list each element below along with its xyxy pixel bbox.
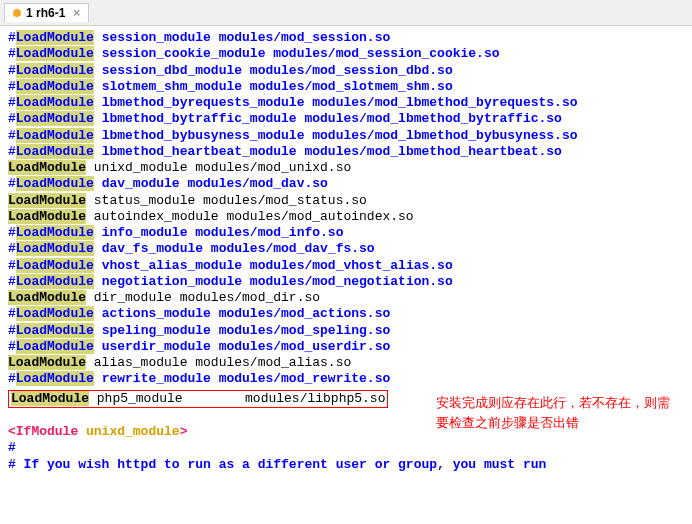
- directive-args: actions_module modules/mod_actions.so: [94, 306, 390, 321]
- directive-args: session_module modules/mod_session.so: [94, 30, 390, 45]
- comment-line: #: [8, 440, 684, 456]
- directive-keyword: LoadModule: [16, 63, 94, 78]
- hash-char: #: [8, 339, 16, 354]
- hash-char: #: [8, 371, 16, 386]
- directive-args: status_module modules/mod_status.so: [86, 193, 367, 208]
- code-line: #LoadModule info_module modules/mod_info…: [8, 225, 684, 241]
- code-line: #LoadModule lbmethod_byrequests_module m…: [8, 95, 684, 111]
- hash-char: #: [8, 111, 16, 126]
- code-line: LoadModule status_module modules/mod_sta…: [8, 193, 684, 209]
- directive-keyword: LoadModule: [8, 355, 86, 370]
- code-line: LoadModule dir_module modules/mod_dir.so: [8, 290, 684, 306]
- code-line: #LoadModule lbmethod_bybusyness_module m…: [8, 128, 684, 144]
- directive-args: lbmethod_bytraffic_module modules/mod_lb…: [94, 111, 562, 126]
- directive-keyword: LoadModule: [16, 79, 94, 94]
- directive-keyword: LoadModule: [16, 323, 94, 338]
- directive-keyword: LoadModule: [16, 46, 94, 61]
- hash-char: #: [8, 95, 16, 110]
- code-line: #LoadModule negotiation_module modules/m…: [8, 274, 684, 290]
- directive-keyword: LoadModule: [16, 95, 94, 110]
- directive-args: alias_module modules/mod_alias.so: [86, 355, 351, 370]
- red-box: LoadModule php5_module modules/libphp5.s…: [8, 390, 388, 408]
- ifmodule-arg: unixd_module: [86, 424, 180, 439]
- hash-char: #: [8, 46, 16, 61]
- directive-keyword: LoadModule: [16, 258, 94, 273]
- directive-args: dav_fs_module modules/mod_dav_fs.so: [94, 241, 375, 256]
- ifmodule-close: >: [180, 424, 188, 439]
- directive-args: unixd_module modules/mod_unixd.so: [86, 160, 351, 175]
- code-line: LoadModule alias_module modules/mod_alia…: [8, 355, 684, 371]
- directive-keyword: LoadModule: [8, 290, 86, 305]
- directive-args: lbmethod_heartbeat_module modules/mod_lb…: [94, 144, 562, 159]
- code-line: #LoadModule rewrite_module modules/mod_r…: [8, 371, 684, 387]
- comment-text: # If you wish httpd to run as a differen…: [8, 457, 546, 472]
- hash-char: #: [8, 258, 16, 273]
- directive-args: info_module modules/mod_info.so: [94, 225, 344, 240]
- hash-char: #: [8, 144, 16, 159]
- directive-args: vhost_alias_module modules/mod_vhost_ali…: [94, 258, 453, 273]
- code-line: #LoadModule vhost_alias_module modules/m…: [8, 258, 684, 274]
- directive-args: lbmethod_bybusyness_module modules/mod_l…: [94, 128, 578, 143]
- directive-args: negotiation_module modules/mod_negotiati…: [94, 274, 453, 289]
- tab-label: 1 rh6-1: [26, 6, 65, 20]
- code-line: #LoadModule slotmem_shm_module modules/m…: [8, 79, 684, 95]
- directive-args: php5_module modules/libphp5.so: [89, 391, 385, 406]
- hash-char: #: [8, 323, 16, 338]
- directive-args: speling_module modules/mod_speling.so: [94, 323, 390, 338]
- directive-args: dav_module modules/mod_dav.so: [94, 176, 328, 191]
- hash-char: #: [8, 79, 16, 94]
- directive-args: rewrite_module modules/mod_rewrite.so: [94, 371, 390, 386]
- code-line: LoadModule autoindex_module modules/mod_…: [8, 209, 684, 225]
- directive-args: dir_module modules/mod_dir.so: [86, 290, 320, 305]
- directive-keyword: LoadModule: [16, 111, 94, 126]
- code-line: #LoadModule session_module modules/mod_s…: [8, 30, 684, 46]
- tab-bar: 1 rh6-1 ×: [0, 0, 692, 26]
- directive-keyword: LoadModule: [16, 241, 94, 256]
- directive-keyword: LoadModule: [8, 193, 86, 208]
- directive-keyword: LoadModule: [16, 371, 94, 386]
- close-icon[interactable]: ×: [73, 6, 80, 20]
- directive-keyword: LoadModule: [16, 144, 94, 159]
- comment-line: # If you wish httpd to run as a differen…: [8, 457, 684, 473]
- code-line: #LoadModule session_dbd_module modules/m…: [8, 63, 684, 79]
- code-line: #LoadModule lbmethod_heartbeat_module mo…: [8, 144, 684, 160]
- hash-char: #: [8, 241, 16, 256]
- hash-char: #: [8, 274, 16, 289]
- directive-keyword: LoadModule: [16, 225, 94, 240]
- directive-keyword: LoadModule: [8, 160, 86, 175]
- directive-keyword: LoadModule: [16, 274, 94, 289]
- file-tab[interactable]: 1 rh6-1 ×: [4, 3, 89, 22]
- hash-char: #: [8, 440, 16, 455]
- directive-args: session_cookie_module modules/mod_sessio…: [94, 46, 500, 61]
- directive-keyword: LoadModule: [8, 209, 86, 224]
- code-line: #LoadModule lbmethod_bytraffic_module mo…: [8, 111, 684, 127]
- directive-args: slotmem_shm_module modules/mod_slotmem_s…: [94, 79, 453, 94]
- ifmodule-open: <IfModule: [8, 424, 86, 439]
- directive-keyword: LoadModule: [16, 128, 94, 143]
- hash-char: #: [8, 128, 16, 143]
- code-line: #LoadModule speling_module modules/mod_s…: [8, 323, 684, 339]
- annotation-text: 安装完成则应存在此行，若不存在，则需要检查之前步骤是否出错: [436, 393, 676, 432]
- directive-keyword: LoadModule: [16, 176, 94, 191]
- modified-indicator-icon: [13, 9, 21, 17]
- directive-keyword: LoadModule: [16, 30, 94, 45]
- directive-args: lbmethod_byrequests_module modules/mod_l…: [94, 95, 578, 110]
- directive-keyword: LoadModule: [16, 339, 94, 354]
- hash-char: #: [8, 306, 16, 321]
- directive-args: autoindex_module modules/mod_autoindex.s…: [86, 209, 414, 224]
- hash-char: #: [8, 176, 16, 191]
- code-line: #LoadModule session_cookie_module module…: [8, 46, 684, 62]
- hash-char: #: [8, 30, 16, 45]
- hash-char: #: [8, 225, 16, 240]
- directive-keyword: LoadModule: [16, 306, 94, 321]
- hash-char: #: [8, 63, 16, 78]
- directive-args: session_dbd_module modules/mod_session_d…: [94, 63, 453, 78]
- directive-args: userdir_module modules/mod_userdir.so: [94, 339, 390, 354]
- code-line: #LoadModule actions_module modules/mod_a…: [8, 306, 684, 322]
- code-line: LoadModule unixd_module modules/mod_unix…: [8, 160, 684, 176]
- code-line: #LoadModule dav_fs_module modules/mod_da…: [8, 241, 684, 257]
- code-line: #LoadModule dav_module modules/mod_dav.s…: [8, 176, 684, 192]
- code-line: #LoadModule userdir_module modules/mod_u…: [8, 339, 684, 355]
- directive-keyword: LoadModule: [11, 391, 89, 406]
